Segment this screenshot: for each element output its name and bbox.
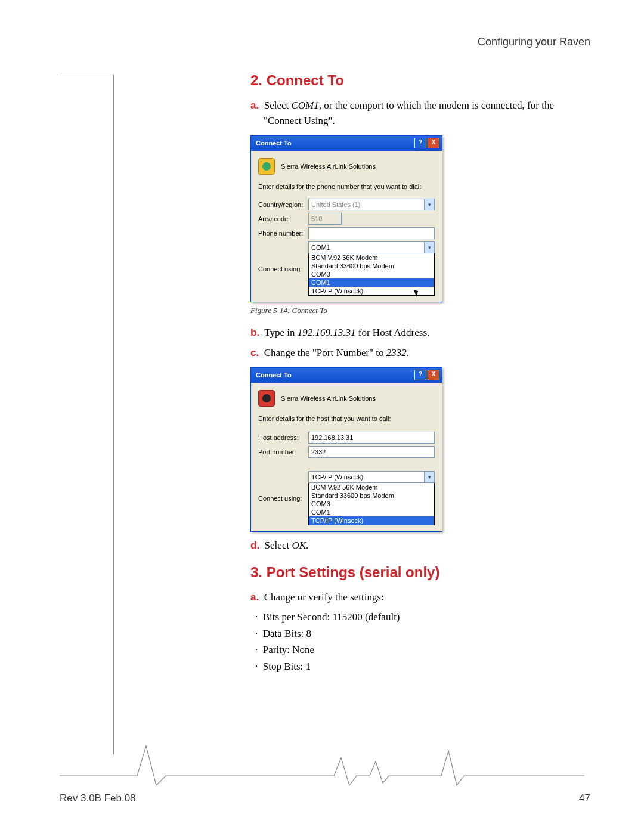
bullet-item: · Stop Bits: 1 — [250, 659, 590, 674]
chevron-down-icon: ▾ — [424, 242, 434, 253]
dialog-connect-to-host: Connect To ? X Sierra Wireless AirLink S… — [250, 367, 442, 532]
dropdown-option[interactable]: TCP/IP (Winsock) — [309, 287, 434, 295]
step-a2-letter: a. — [250, 592, 259, 603]
label-country: Country/region: — [258, 197, 308, 212]
app-name: Sierra Wireless AirLink Solutions — [281, 395, 376, 402]
step-d-letter: d. — [250, 540, 259, 551]
chevron-down-icon: ▾ — [424, 199, 434, 210]
phone-icon — [258, 158, 275, 175]
bullet-item: · Bits per Second: 115200 (default) — [250, 609, 590, 625]
dropdown-option[interactable]: Standard 33600 bps Modem — [309, 491, 434, 500]
titlebar: Connect To ? X — [251, 136, 442, 151]
dropdown-option[interactable]: COM3 — [309, 270, 434, 278]
label-connect-using: Connect using: — [258, 240, 308, 297]
connect-using-dropdown[interactable]: BCM V.92 56K Modem Standard 33600 bps Mo… — [308, 253, 435, 296]
app-name: Sierra Wireless AirLink Solutions — [281, 163, 376, 170]
main-content: 2. Connect To a. Select COM1, or the com… — [250, 72, 590, 674]
app-row: Sierra Wireless AirLink Solutions — [258, 158, 435, 175]
dialog-prompt: Enter details for the phone number that … — [258, 183, 435, 190]
label-host: Host address: — [258, 431, 308, 445]
dropdown-option[interactable]: Standard 33600 bps Modem — [309, 262, 434, 270]
port-number-input[interactable] — [308, 446, 435, 458]
dropdown-option[interactable]: COM3 — [309, 500, 434, 508]
connect-using-dropdown[interactable]: BCM V.92 56K Modem Standard 33600 bps Mo… — [308, 483, 435, 525]
dropdown-option[interactable]: BCM V.92 56K Modem — [309, 483, 434, 491]
dialog-body: Sierra Wireless AirLink Solutions Enter … — [251, 151, 442, 302]
footer-page: 47 — [579, 792, 590, 804]
step-a2: a. Change or verify the settings: — [250, 590, 590, 605]
heading-connect-to: 2. Connect To — [250, 72, 590, 89]
dialog-body: Sierra Wireless AirLink Solutions Enter … — [251, 383, 442, 531]
dropdown-option[interactable]: BCM V.92 56K Modem — [309, 253, 434, 262]
step-a-em: COM1 — [291, 100, 318, 111]
connect-using-select[interactable]: TCP/IP (Winsock)▾ — [308, 471, 435, 483]
footer-rev: Rev 3.0B Feb.08 — [60, 792, 136, 804]
dialog-connect-to-phone: Connect To ? X Sierra Wireless AirLink S… — [250, 135, 442, 302]
form: Country/region: United States (1)▾ Area … — [258, 197, 435, 297]
bullet-item: · Parity: None — [250, 642, 590, 658]
titlebar: Connect To ? X — [251, 368, 442, 383]
form: Host address: Port number: — [258, 431, 435, 459]
dropdown-option[interactable]: COM1 — [309, 508, 434, 516]
dialog-prompt: Enter details for the host that you want… — [258, 415, 435, 422]
app-row: Sierra Wireless AirLink Solutions — [258, 390, 435, 407]
host-address-input[interactable] — [308, 432, 435, 444]
area-code-input[interactable] — [308, 213, 342, 225]
rule-vertical — [113, 75, 114, 754]
label-area: Area code: — [258, 212, 308, 226]
phone-input[interactable] — [308, 227, 435, 239]
close-icon[interactable]: X — [428, 138, 439, 148]
step-b: b. Type in 192.169.13.31 for Host Addres… — [250, 325, 590, 340]
heartbeat-graphic — [60, 739, 584, 786]
phone-icon — [258, 390, 275, 407]
dialog-title: Connect To — [256, 371, 413, 379]
step-a-pre: Select — [264, 100, 292, 111]
help-icon[interactable]: ? — [414, 138, 426, 148]
dialog-title: Connect To — [256, 140, 413, 147]
chevron-down-icon: ▾ — [424, 472, 434, 482]
form2: Connect using: TCP/IP (Winsock)▾ BCM V.9… — [258, 470, 435, 527]
figure-caption: Figure 5-14: Connect To — [250, 306, 590, 315]
step-c: c. Change the "Port Number" to 2332. — [250, 345, 590, 361]
step-c-letter: c. — [250, 347, 259, 358]
step-a: a. Select COM1, or the comport to which … — [250, 98, 590, 128]
connect-using-select[interactable]: COM1▾ — [308, 241, 435, 253]
help-icon[interactable]: ? — [414, 370, 426, 380]
rule-top — [60, 75, 113, 75]
label-phone: Phone number: — [258, 226, 308, 240]
close-icon[interactable]: X — [428, 370, 439, 380]
step-d: d. Select OK. — [250, 538, 590, 553]
dropdown-option-selected[interactable]: TCP/IP (Winsock) — [309, 516, 434, 525]
bullet-item: · Data Bits: 8 — [250, 626, 590, 642]
label-connect-using: Connect using: — [258, 470, 308, 527]
country-select[interactable]: United States (1)▾ — [308, 199, 435, 210]
running-header: Configuring your Raven — [60, 36, 590, 48]
dropdown-option-selected[interactable]: COM1 — [309, 278, 434, 287]
heading-port-settings: 3. Port Settings (serial only) — [250, 564, 590, 581]
step-a-letter: a. — [250, 100, 259, 111]
label-port: Port number: — [258, 445, 308, 459]
footer: Rev 3.0B Feb.08 47 — [60, 792, 590, 804]
step-b-letter: b. — [250, 327, 259, 338]
